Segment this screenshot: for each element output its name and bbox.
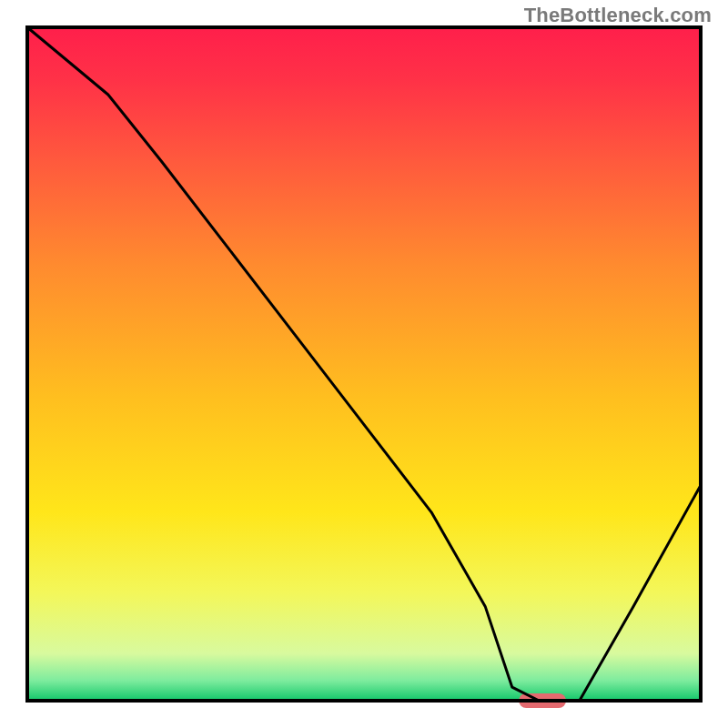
chart-canvas xyxy=(0,0,728,728)
svg-rect-0 xyxy=(27,27,701,701)
bottleneck-chart: TheBottleneck.com xyxy=(0,0,728,728)
watermark-text: TheBottleneck.com xyxy=(524,4,712,27)
